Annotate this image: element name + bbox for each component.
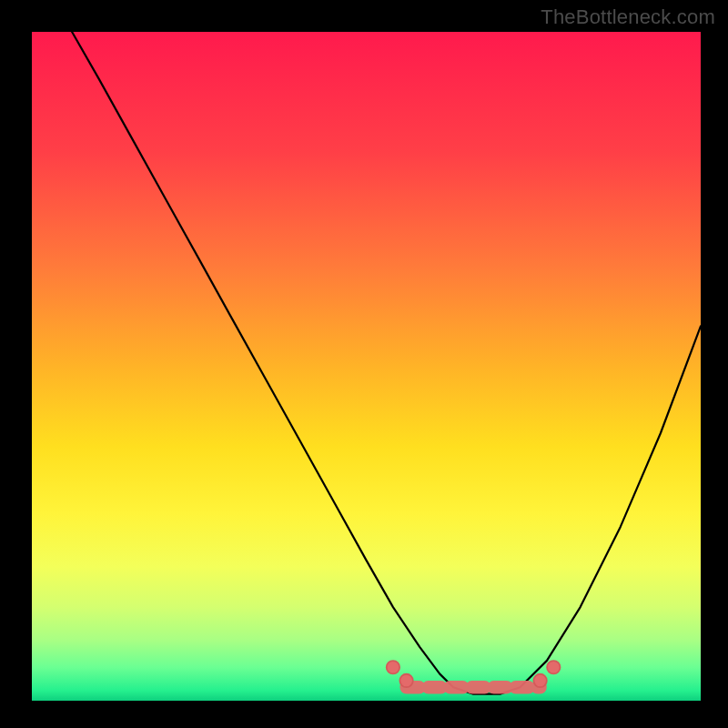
plot-background (32, 32, 701, 701)
bottleneck-chart (0, 0, 728, 728)
chart-frame: TheBottleneck.com (0, 0, 728, 728)
watermark-label: TheBottleneck.com (541, 5, 715, 29)
svg-point-1 (387, 661, 399, 673)
svg-point-3 (533, 674, 546, 687)
svg-point-2 (399, 674, 412, 687)
svg-point-4 (547, 661, 560, 673)
